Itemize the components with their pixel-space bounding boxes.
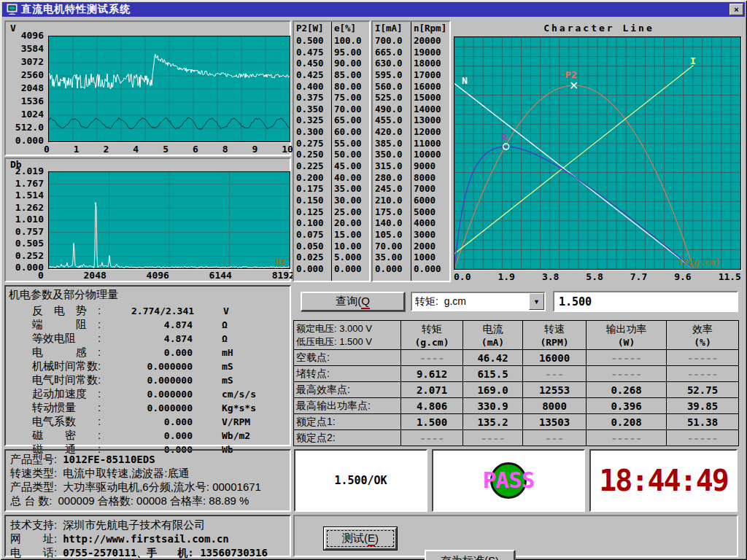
params-panel: 机电参数及部分物理量 反 电 势 :2.774/2.341V端 阻 :4.874… bbox=[4, 285, 291, 446]
param-value: 0.000 bbox=[131, 430, 193, 441]
scale-value: 45.00 bbox=[334, 160, 369, 171]
tick-label: 3584 bbox=[21, 44, 44, 54]
scale-value: 11000 bbox=[414, 138, 449, 149]
scale-value: 55.00 bbox=[334, 138, 369, 149]
tick-label: 3072 bbox=[21, 57, 44, 67]
tick-label: 1.514 bbox=[15, 190, 44, 201]
character-chart-panel: Character Line NP2Ie T2[g.cm] 0.01.93.85… bbox=[452, 20, 746, 282]
info-value: 电流中取转速,滤波器:底通 bbox=[63, 467, 189, 481]
tick-label: 3.8 bbox=[542, 271, 559, 281]
scope-y-axis: 4096358430722560204815361024512.00.000 bbox=[6, 31, 44, 146]
table-cell: 169.0 bbox=[463, 382, 523, 398]
param-unit: mS bbox=[222, 375, 233, 386]
param-value: 0.000000 bbox=[131, 389, 193, 400]
table-cell: ----- bbox=[667, 430, 739, 446]
param-row: 端 阻 :4.874Ω bbox=[6, 318, 287, 332]
scale-column-n[Rpm]: n[Rpm]2000019000180001700016000150001400… bbox=[411, 22, 449, 281]
scope-plot bbox=[48, 36, 290, 142]
table-cell: 16000 bbox=[523, 350, 587, 366]
table-cell: ----- bbox=[587, 430, 667, 446]
torque-value-input[interactable] bbox=[553, 291, 738, 312]
scale-value: 2000 bbox=[414, 241, 449, 252]
table-column-header: 效率(%) bbox=[667, 321, 739, 350]
scale-value: 3000 bbox=[414, 229, 449, 240]
title-bar: 直流电机特性测试系统 × bbox=[2, 2, 745, 17]
scale-value: 13000 bbox=[414, 114, 449, 125]
svg-text:N: N bbox=[462, 75, 468, 86]
torque-unit-combobox[interactable]: 转矩: g.cm ▼ bbox=[411, 292, 546, 311]
table-row: 空载点:----46.4216000---------- bbox=[294, 350, 739, 366]
row-label: 堵转点: bbox=[294, 366, 401, 382]
scale-value: 12000 bbox=[414, 126, 449, 137]
param-label: 机械时间常数: bbox=[6, 359, 131, 373]
param-row: 机械时间常数:0.000000mS bbox=[6, 359, 287, 373]
table-row: 最高输出功率点:4.806330.980000.39639.85 bbox=[294, 398, 739, 414]
chevron-down-icon[interactable]: ▼ bbox=[529, 293, 544, 310]
table-column-header: 输出功率(W) bbox=[587, 321, 667, 350]
save-standard-button[interactable]: 存为标准(S) bbox=[425, 550, 515, 560]
scale-value: 0.000 bbox=[375, 263, 411, 274]
button-bar: 测试(E) 存为标准(S) 打印(P) 退出(C) bbox=[293, 515, 738, 557]
params-title: 机电参数及部分物理量 bbox=[9, 288, 118, 302]
scale-value: 0.150 bbox=[296, 195, 331, 206]
clock-time: 18:44:49 bbox=[599, 464, 728, 497]
param-unit: Wb/m2 bbox=[222, 430, 250, 441]
param-unit: cm/s/s bbox=[222, 389, 256, 400]
scale-value: 5.000 bbox=[334, 252, 369, 262]
scale-value: 0.475 bbox=[296, 47, 331, 58]
scale-value: 10000 bbox=[414, 149, 449, 160]
table-cell: ---- bbox=[401, 430, 463, 446]
scale-value: 14000 bbox=[414, 104, 449, 114]
character-chart-title: Character Line bbox=[452, 23, 746, 34]
table-cell: ----- bbox=[587, 350, 667, 366]
param-unit: Ω bbox=[222, 333, 228, 344]
info-row: 产品型号:1012FE-85110EDS bbox=[10, 453, 287, 467]
table-row: 最高效率点:2.071169.0125530.26852.75 bbox=[294, 382, 739, 398]
info-label: 总 台 数: bbox=[10, 494, 53, 508]
scope-panel: V 4096358430722560204815361024512.00.000… bbox=[4, 20, 291, 156]
tick-label: 5 bbox=[163, 144, 169, 154]
param-unit: mH bbox=[222, 347, 233, 358]
scale-value: 40.00 bbox=[334, 172, 369, 183]
close-button[interactable]: × bbox=[729, 4, 743, 15]
table-cell: ---- bbox=[463, 430, 523, 446]
info-value: 深圳市先航电子技术有限公司 bbox=[63, 518, 205, 532]
table-cell: 13503 bbox=[523, 414, 587, 430]
scale-value: 385.0 bbox=[375, 138, 411, 149]
app-icon bbox=[6, 4, 19, 15]
tick-label: 1024 bbox=[21, 109, 44, 120]
scope-x-axis: 0124568910 bbox=[44, 144, 293, 154]
spectrum-x-axis: 02048409661448192 bbox=[38, 270, 295, 280]
scale-value: 5000 bbox=[414, 206, 449, 217]
test-button[interactable]: 测试(E) bbox=[324, 527, 397, 550]
info-label: 产品类型: bbox=[10, 481, 57, 494]
tick-label: 512.0 bbox=[15, 122, 44, 133]
param-value: 0.000 bbox=[131, 347, 193, 358]
param-unit: V bbox=[223, 306, 229, 316]
param-label: 电 感 : bbox=[6, 346, 131, 359]
scale-value: 20000 bbox=[414, 35, 449, 46]
scale-value: 4000 bbox=[414, 217, 449, 228]
table-cell: --- bbox=[523, 366, 587, 382]
param-unit: Kg*s*s bbox=[222, 402, 256, 413]
info-label: 网 址: bbox=[10, 532, 57, 546]
scale-value: 210.0 bbox=[375, 195, 411, 206]
param-row: 等效电阻 :4.874Ω bbox=[6, 332, 287, 346]
table-cell: 1.500 bbox=[401, 414, 463, 430]
character-x-axis-label: T2[g.cm] bbox=[678, 257, 720, 268]
param-row: 电气系数 :0.000V/RPM bbox=[6, 415, 287, 429]
info-label: 技术支持: bbox=[10, 518, 57, 532]
table-cell: ----- bbox=[667, 350, 739, 366]
info-row: 总 台 数:000009 合格数: 00008 合格率: 88.89 % bbox=[10, 494, 287, 508]
table-cell: 52.75 bbox=[667, 382, 739, 398]
scale-value: 105.0 bbox=[375, 229, 411, 240]
query-button[interactable]: 查询(Q bbox=[301, 292, 405, 311]
app-window: 直流电机特性测试系统 × V 4096358430722560204815361… bbox=[0, 0, 747, 560]
tick-label: 0.0 bbox=[454, 271, 471, 281]
scale-value: 0.250 bbox=[296, 149, 331, 160]
tick-label: 4096 bbox=[147, 270, 169, 280]
tick-label: 0.757 bbox=[15, 227, 44, 237]
tick-label: 2560 bbox=[21, 70, 44, 80]
param-value: 4.874 bbox=[131, 333, 193, 344]
info-label: 转速类型: bbox=[10, 467, 57, 481]
